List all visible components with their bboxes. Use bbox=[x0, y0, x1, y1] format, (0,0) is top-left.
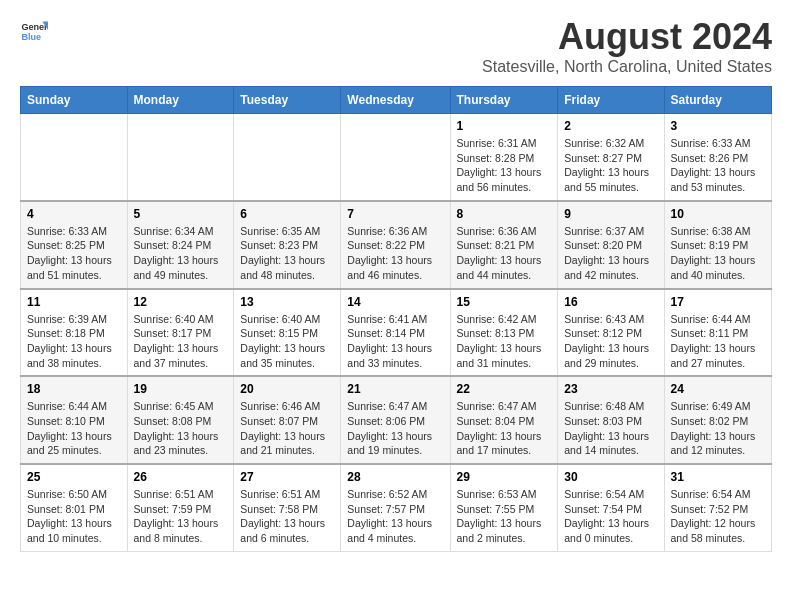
day-number: 2 bbox=[564, 119, 657, 133]
day-info: Sunrise: 6:44 AM Sunset: 8:11 PM Dayligh… bbox=[671, 312, 765, 371]
day-number: 14 bbox=[347, 295, 443, 309]
day-number: 24 bbox=[671, 382, 765, 396]
day-info: Sunrise: 6:36 AM Sunset: 8:22 PM Dayligh… bbox=[347, 224, 443, 283]
subtitle: Statesville, North Carolina, United Stat… bbox=[482, 58, 772, 76]
calendar-body: 1Sunrise: 6:31 AM Sunset: 8:28 PM Daylig… bbox=[21, 114, 772, 552]
day-number: 30 bbox=[564, 470, 657, 484]
day-number: 16 bbox=[564, 295, 657, 309]
day-info: Sunrise: 6:32 AM Sunset: 8:27 PM Dayligh… bbox=[564, 136, 657, 195]
calendar-cell: 20Sunrise: 6:46 AM Sunset: 8:07 PM Dayli… bbox=[234, 376, 341, 464]
day-info: Sunrise: 6:45 AM Sunset: 8:08 PM Dayligh… bbox=[134, 399, 228, 458]
day-number: 3 bbox=[671, 119, 765, 133]
calendar-cell: 2Sunrise: 6:32 AM Sunset: 8:27 PM Daylig… bbox=[558, 114, 664, 201]
day-number: 20 bbox=[240, 382, 334, 396]
day-number: 18 bbox=[27, 382, 121, 396]
calendar-cell bbox=[341, 114, 450, 201]
column-header-monday: Monday bbox=[127, 87, 234, 114]
calendar-cell: 25Sunrise: 6:50 AM Sunset: 8:01 PM Dayli… bbox=[21, 464, 128, 551]
column-header-thursday: Thursday bbox=[450, 87, 558, 114]
calendar-cell: 17Sunrise: 6:44 AM Sunset: 8:11 PM Dayli… bbox=[664, 289, 771, 377]
page-header: General Blue August 2024 Statesville, No… bbox=[20, 16, 772, 76]
day-info: Sunrise: 6:51 AM Sunset: 7:58 PM Dayligh… bbox=[240, 487, 334, 546]
calendar-cell: 6Sunrise: 6:35 AM Sunset: 8:23 PM Daylig… bbox=[234, 201, 341, 289]
day-info: Sunrise: 6:54 AM Sunset: 7:52 PM Dayligh… bbox=[671, 487, 765, 546]
week-row-5: 25Sunrise: 6:50 AM Sunset: 8:01 PM Dayli… bbox=[21, 464, 772, 551]
calendar-cell bbox=[234, 114, 341, 201]
day-number: 19 bbox=[134, 382, 228, 396]
day-info: Sunrise: 6:36 AM Sunset: 8:21 PM Dayligh… bbox=[457, 224, 552, 283]
day-number: 11 bbox=[27, 295, 121, 309]
calendar-cell: 1Sunrise: 6:31 AM Sunset: 8:28 PM Daylig… bbox=[450, 114, 558, 201]
calendar-cell: 23Sunrise: 6:48 AM Sunset: 8:03 PM Dayli… bbox=[558, 376, 664, 464]
logo-icon: General Blue bbox=[20, 16, 48, 44]
day-info: Sunrise: 6:47 AM Sunset: 8:06 PM Dayligh… bbox=[347, 399, 443, 458]
day-info: Sunrise: 6:40 AM Sunset: 8:15 PM Dayligh… bbox=[240, 312, 334, 371]
day-info: Sunrise: 6:39 AM Sunset: 8:18 PM Dayligh… bbox=[27, 312, 121, 371]
calendar-cell: 19Sunrise: 6:45 AM Sunset: 8:08 PM Dayli… bbox=[127, 376, 234, 464]
calendar-cell: 13Sunrise: 6:40 AM Sunset: 8:15 PM Dayli… bbox=[234, 289, 341, 377]
day-number: 12 bbox=[134, 295, 228, 309]
week-row-4: 18Sunrise: 6:44 AM Sunset: 8:10 PM Dayli… bbox=[21, 376, 772, 464]
calendar-cell: 7Sunrise: 6:36 AM Sunset: 8:22 PM Daylig… bbox=[341, 201, 450, 289]
day-info: Sunrise: 6:46 AM Sunset: 8:07 PM Dayligh… bbox=[240, 399, 334, 458]
day-info: Sunrise: 6:54 AM Sunset: 7:54 PM Dayligh… bbox=[564, 487, 657, 546]
title-block: August 2024 Statesville, North Carolina,… bbox=[482, 16, 772, 76]
day-info: Sunrise: 6:40 AM Sunset: 8:17 PM Dayligh… bbox=[134, 312, 228, 371]
calendar-cell: 21Sunrise: 6:47 AM Sunset: 8:06 PM Dayli… bbox=[341, 376, 450, 464]
calendar-cell: 30Sunrise: 6:54 AM Sunset: 7:54 PM Dayli… bbox=[558, 464, 664, 551]
day-info: Sunrise: 6:47 AM Sunset: 8:04 PM Dayligh… bbox=[457, 399, 552, 458]
day-info: Sunrise: 6:34 AM Sunset: 8:24 PM Dayligh… bbox=[134, 224, 228, 283]
day-number: 15 bbox=[457, 295, 552, 309]
calendar-cell: 14Sunrise: 6:41 AM Sunset: 8:14 PM Dayli… bbox=[341, 289, 450, 377]
day-number: 10 bbox=[671, 207, 765, 221]
calendar-cell: 18Sunrise: 6:44 AM Sunset: 8:10 PM Dayli… bbox=[21, 376, 128, 464]
column-header-sunday: Sunday bbox=[21, 87, 128, 114]
logo: General Blue bbox=[20, 16, 48, 44]
day-info: Sunrise: 6:35 AM Sunset: 8:23 PM Dayligh… bbox=[240, 224, 334, 283]
calendar-cell: 26Sunrise: 6:51 AM Sunset: 7:59 PM Dayli… bbox=[127, 464, 234, 551]
calendar-table: SundayMondayTuesdayWednesdayThursdayFrid… bbox=[20, 86, 772, 552]
column-header-friday: Friday bbox=[558, 87, 664, 114]
day-info: Sunrise: 6:49 AM Sunset: 8:02 PM Dayligh… bbox=[671, 399, 765, 458]
main-title: August 2024 bbox=[482, 16, 772, 58]
day-info: Sunrise: 6:52 AM Sunset: 7:57 PM Dayligh… bbox=[347, 487, 443, 546]
svg-text:Blue: Blue bbox=[21, 32, 41, 42]
day-number: 5 bbox=[134, 207, 228, 221]
day-number: 8 bbox=[457, 207, 552, 221]
calendar-cell: 9Sunrise: 6:37 AM Sunset: 8:20 PM Daylig… bbox=[558, 201, 664, 289]
calendar-cell: 28Sunrise: 6:52 AM Sunset: 7:57 PM Dayli… bbox=[341, 464, 450, 551]
calendar-cell: 8Sunrise: 6:36 AM Sunset: 8:21 PM Daylig… bbox=[450, 201, 558, 289]
calendar-cell: 16Sunrise: 6:43 AM Sunset: 8:12 PM Dayli… bbox=[558, 289, 664, 377]
calendar-cell bbox=[21, 114, 128, 201]
calendar-cell: 31Sunrise: 6:54 AM Sunset: 7:52 PM Dayli… bbox=[664, 464, 771, 551]
day-number: 25 bbox=[27, 470, 121, 484]
day-number: 9 bbox=[564, 207, 657, 221]
day-info: Sunrise: 6:33 AM Sunset: 8:25 PM Dayligh… bbox=[27, 224, 121, 283]
day-number: 28 bbox=[347, 470, 443, 484]
calendar-cell: 4Sunrise: 6:33 AM Sunset: 8:25 PM Daylig… bbox=[21, 201, 128, 289]
day-number: 27 bbox=[240, 470, 334, 484]
day-number: 6 bbox=[240, 207, 334, 221]
column-header-tuesday: Tuesday bbox=[234, 87, 341, 114]
calendar-cell: 22Sunrise: 6:47 AM Sunset: 8:04 PM Dayli… bbox=[450, 376, 558, 464]
calendar-cell bbox=[127, 114, 234, 201]
day-number: 29 bbox=[457, 470, 552, 484]
day-info: Sunrise: 6:38 AM Sunset: 8:19 PM Dayligh… bbox=[671, 224, 765, 283]
calendar-cell: 12Sunrise: 6:40 AM Sunset: 8:17 PM Dayli… bbox=[127, 289, 234, 377]
day-number: 1 bbox=[457, 119, 552, 133]
calendar-cell: 5Sunrise: 6:34 AM Sunset: 8:24 PM Daylig… bbox=[127, 201, 234, 289]
week-row-3: 11Sunrise: 6:39 AM Sunset: 8:18 PM Dayli… bbox=[21, 289, 772, 377]
day-number: 23 bbox=[564, 382, 657, 396]
day-info: Sunrise: 6:41 AM Sunset: 8:14 PM Dayligh… bbox=[347, 312, 443, 371]
day-info: Sunrise: 6:33 AM Sunset: 8:26 PM Dayligh… bbox=[671, 136, 765, 195]
day-info: Sunrise: 6:53 AM Sunset: 7:55 PM Dayligh… bbox=[457, 487, 552, 546]
day-number: 22 bbox=[457, 382, 552, 396]
header-row: SundayMondayTuesdayWednesdayThursdayFrid… bbox=[21, 87, 772, 114]
day-number: 4 bbox=[27, 207, 121, 221]
day-number: 13 bbox=[240, 295, 334, 309]
day-info: Sunrise: 6:50 AM Sunset: 8:01 PM Dayligh… bbox=[27, 487, 121, 546]
day-info: Sunrise: 6:48 AM Sunset: 8:03 PM Dayligh… bbox=[564, 399, 657, 458]
day-number: 21 bbox=[347, 382, 443, 396]
calendar-cell: 15Sunrise: 6:42 AM Sunset: 8:13 PM Dayli… bbox=[450, 289, 558, 377]
column-header-saturday: Saturday bbox=[664, 87, 771, 114]
